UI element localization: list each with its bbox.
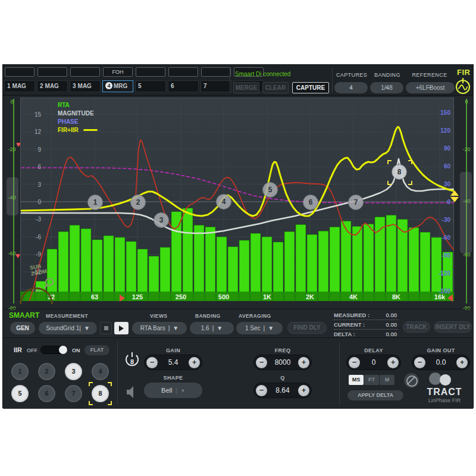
find-delay-button[interactable]: FIND DLY <box>287 322 327 334</box>
legend-phase[interactable]: PHASE <box>58 118 98 125</box>
delay-marker-icon[interactable] <box>447 295 453 302</box>
legend-magnitude[interactable]: MAGNITUDE <box>58 110 98 117</box>
freq-value[interactable]: 8000 <box>267 358 298 367</box>
bypass-icon[interactable] <box>404 373 419 388</box>
clear-button[interactable]: CLEAR <box>262 82 289 93</box>
delay-value[interactable]: 0 <box>360 358 387 367</box>
iir-band-4[interactable]: 4 <box>92 363 109 380</box>
filter-point-1[interactable]: 1 <box>87 195 103 210</box>
iir-on-off-toggle[interactable] <box>40 346 68 354</box>
filter-point-4[interactable]: 4 <box>216 194 231 209</box>
left-meter-range-band[interactable] <box>7 177 18 215</box>
insert-delay-button[interactable]: INSERT DLY <box>434 321 472 333</box>
snapshot-tab-6[interactable]: 6 <box>168 80 199 92</box>
gain-plus-button[interactable]: + <box>189 357 200 368</box>
stop-button[interactable] <box>100 322 112 334</box>
legend-rta[interactable]: RTA <box>58 102 98 108</box>
snapshot-name-3[interactable] <box>70 67 100 77</box>
banding-select[interactable]: 1/48▼ <box>370 82 403 93</box>
snapshot-tab-2[interactable]: 2MAG <box>37 80 68 92</box>
snapshot-name-4[interactable]: FOH <box>103 67 133 77</box>
gain-minus-button[interactable]: − <box>146 357 158 368</box>
q-minus-button[interactable]: − <box>256 385 267 396</box>
snapshot-tab-1[interactable]: 1MAG <box>4 80 35 92</box>
snapshot-tab-4[interactable]: 4MRG <box>102 80 133 92</box>
play-button[interactable] <box>114 322 129 334</box>
snapshot-name-6[interactable] <box>168 67 198 77</box>
snapshot-name-7[interactable] <box>201 67 231 77</box>
gain-handle-down-icon[interactable] <box>450 197 459 202</box>
q-plus-button[interactable]: + <box>298 385 309 396</box>
db-tick-label: -6 <box>26 234 41 240</box>
gain-value[interactable]: 5.4 <box>158 358 189 367</box>
filter-point-5[interactable]: 5 <box>262 182 278 198</box>
right-meter-range-band[interactable] <box>460 172 472 253</box>
rta-bar <box>81 228 91 301</box>
gain-handle-up-icon[interactable] <box>450 190 459 196</box>
averaging-label: AVERAGING <box>239 313 271 319</box>
rta-bar <box>217 237 227 301</box>
unit-m[interactable]: M <box>380 375 394 385</box>
delay-plus-button[interactable]: + <box>387 357 399 368</box>
measurement-label: MEASUREMENT <box>46 313 88 319</box>
unit-ft[interactable]: FT <box>364 375 379 385</box>
snapshot-tab-7[interactable]: 7 <box>201 80 231 92</box>
freq-plus-button[interactable]: + <box>298 357 309 368</box>
iir-band-1[interactable]: 1 <box>11 363 29 380</box>
filter-point-8[interactable]: 8 <box>392 164 407 180</box>
db-tick-label: 3 <box>26 181 41 188</box>
iir-band-7[interactable]: 7 <box>65 385 82 402</box>
snapshot-name-5[interactable] <box>136 67 165 77</box>
gain-out-minus-button[interactable]: − <box>414 357 425 368</box>
iir-band-6[interactable]: 6 <box>38 385 55 402</box>
snapshot-tab-5[interactable]: 5 <box>135 80 166 92</box>
reference-select[interactable]: +6LFBoost▼ <box>406 82 455 93</box>
iir-band-3[interactable]: 3 <box>65 363 82 380</box>
filter-point-2[interactable]: 2 <box>130 195 146 210</box>
gen-button[interactable]: GEN <box>10 322 35 334</box>
snapshot-name-2[interactable] <box>37 67 67 77</box>
smaart-status: Smaart Di connected <box>235 71 290 77</box>
iir-band-8[interactable]: 8 <box>92 385 109 402</box>
delay-minus-button[interactable]: − <box>349 357 360 368</box>
filter-point-6[interactable]: 6 <box>303 195 318 210</box>
snapshot-slots: 1MAG2MAG3MAGFOH4MRG5678 <box>4 67 229 94</box>
gain-out-value[interactable]: 0.0 <box>425 358 456 367</box>
shape-select[interactable]: Bell|▼ <box>144 383 202 398</box>
legend-line-swatch <box>83 129 98 131</box>
freq-minus-button[interactable]: − <box>256 357 267 368</box>
left-meter-marker-icon[interactable]: ♥ <box>15 253 20 259</box>
averaging-select[interactable]: 1 Sec|▼ <box>236 322 283 334</box>
iir-band-2[interactable]: 2 <box>38 363 55 380</box>
unit-ms[interactable]: MS <box>349 375 364 385</box>
snapshot-tab-3[interactable]: 3MAG <box>70 80 101 92</box>
snapshot-name-1[interactable] <box>5 67 35 77</box>
divider <box>230 68 230 93</box>
measurement-source-select[interactable]: SoundGrid 1|▼ <box>39 322 97 334</box>
phase-tick-label: -150 <box>430 288 450 295</box>
phase-tick-label: 30 <box>430 181 450 187</box>
capture-button[interactable]: CAPTURE <box>292 82 329 93</box>
band-power-icon[interactable]: 8 <box>123 351 141 369</box>
legend-fir-iir[interactable]: FIR+IIR <box>58 127 98 133</box>
speaker-icon[interactable] <box>124 384 140 400</box>
merge-button[interactable]: MERGE <box>233 82 259 93</box>
iir-band-buttons: 12345678 <box>11 363 118 407</box>
freq-tick-label: 63 <box>91 293 98 300</box>
gain-out-plus-button[interactable]: + <box>456 357 468 368</box>
filter-point-3[interactable]: 3 <box>154 212 169 228</box>
rta-bar <box>330 227 340 301</box>
captures-select[interactable]: 4▼ <box>334 82 368 93</box>
magnifier-icon[interactable] <box>43 277 57 290</box>
apply-delta-button[interactable]: APPLY DELTA <box>347 390 403 400</box>
views-select[interactable]: RTA Bars|▼ <box>132 322 187 334</box>
delay-marker-icon[interactable] <box>120 295 125 302</box>
q-value[interactable]: 8.64 <box>267 386 298 394</box>
flat-button[interactable]: FLAT <box>84 345 109 355</box>
iir-band-5[interactable]: 5 <box>11 385 29 402</box>
banding-row-select[interactable]: 1.6|▼ <box>190 322 234 334</box>
phase-tick-label: -60 <box>430 234 450 241</box>
track-button[interactable]: TRACK <box>403 321 430 333</box>
filter-point-7[interactable]: 7 <box>348 195 364 210</box>
analyzer-plot[interactable]: 32631252505001K2K4K8K16k RTAMAGNITUDEPHA… <box>20 98 454 301</box>
